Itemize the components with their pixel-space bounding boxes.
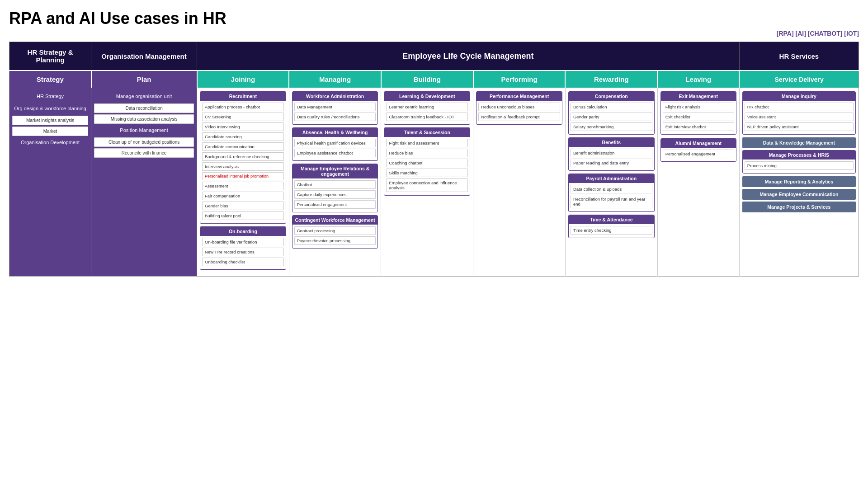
comp-title: Compensation	[569, 92, 654, 101]
app-process: Application process - chatbot	[202, 103, 284, 111]
data-quality: Data quality rules /reconciliations	[294, 113, 376, 121]
subheader-strategy: Strategy	[9, 70, 91, 88]
position-mgmt: Position Management	[94, 125, 194, 135]
gender-parity: Gender parity	[571, 113, 652, 121]
process-mining: Process mining	[745, 161, 854, 170]
personalised-eng-leaving: Personalised engagement	[663, 150, 734, 158]
data-collection: Data collection & uploads	[571, 185, 652, 193]
payment-invoice: Payment/invoice processing	[294, 236, 376, 245]
emp-assistance: Employee assistance chatbot	[294, 149, 376, 157]
voice-assistant: Voice assistant	[745, 113, 854, 121]
org-development-item: Organisation Development	[12, 137, 88, 147]
background-check: Background & reference checking	[202, 152, 284, 161]
absence-title: Absence, Health & Wellbeing	[292, 128, 378, 137]
reduce-unconscious: Reduce unconscious biases	[478, 103, 560, 111]
personalised-engagement-managing: Personalised engagement	[294, 200, 376, 209]
time-entry: Time entry checking	[571, 226, 652, 235]
capture-daily: Capture daily experiences	[294, 190, 376, 199]
cv-screening: CV Screening	[202, 113, 284, 121]
paper-reading: Paper reading and data entry	[571, 159, 652, 167]
org-design-item: Org design & workforce planning	[12, 103, 88, 113]
subheader-joining: Joining	[197, 70, 289, 88]
market-insights-item: Market insights analysis	[12, 116, 88, 125]
learner-centric: Learner centric learning	[386, 103, 468, 111]
knowledge-title: Data & Knowledge Management	[742, 137, 856, 148]
strategy-column: HR Strategy Org design & workforce plann…	[9, 88, 91, 277]
page-title: RPA and AI Use cases in HR	[9, 9, 859, 28]
exit-title: Exit Management	[661, 92, 736, 101]
onboarding-title: On-boarding	[200, 227, 286, 236]
hr-chatbot: HR chatbot	[745, 103, 854, 111]
plan-column: Manage organisation unit Data reconcilia…	[91, 88, 197, 277]
workforce-title: Workforce Administration	[292, 92, 378, 101]
joining-column: Recruitment Application process - chatbo…	[197, 88, 289, 277]
header-hr-services: HR Services	[739, 42, 859, 71]
contract-processing: Contract processing	[294, 226, 376, 235]
recruitment-title: Recruitment	[200, 92, 286, 101]
inquiry-title: Manage inquiry	[743, 92, 855, 101]
subheader-performing: Performing	[473, 70, 566, 88]
gender-bias: Gender bias	[202, 202, 284, 210]
candidate-sourcing: Candidate sourcing	[202, 132, 284, 141]
time-title: Time & Attendance	[569, 215, 654, 224]
leaving-column: Exit Management Flight risk analysis Exi…	[657, 88, 739, 277]
ld-title: Learning & Development	[384, 92, 470, 101]
exit-interview: Exit interview chatbot	[663, 122, 734, 131]
subheader-leaving: Leaving	[657, 70, 739, 88]
processes-title: Manage Processes & HRIS	[743, 150, 855, 160]
benefits-title: Benefits	[569, 138, 654, 147]
subheader-plan: Plan	[91, 70, 197, 88]
missing-data: Missing data association analysis	[94, 114, 194, 124]
classroom-training: Classroom training feedback - IOT	[386, 113, 468, 121]
market-item: Market	[12, 127, 88, 136]
exit-checklist: Exit checklist	[663, 113, 734, 121]
onboarding-checklist: Onboarding checklist	[202, 258, 284, 266]
data-recon: Data reconciliation	[94, 103, 194, 113]
talent-title: Talent & Succession	[384, 128, 470, 137]
projects-title: Manage Projects & Services	[742, 202, 856, 212]
salary-bench: Salary benchmarking	[571, 122, 652, 131]
header-org-mgmt: Organisation Management	[91, 42, 197, 71]
coaching-chatbot: Coaching chatbot	[386, 159, 468, 167]
notification-feedback: Notification & feedback prompt	[478, 113, 560, 121]
flight-risk: Flight risk analysis	[663, 103, 734, 111]
legend: [RPA] [AI] [CHATBOT] [IOT]	[9, 30, 859, 37]
manage-org-unit: Manage organisation unit	[94, 91, 194, 101]
service-column: Manage inquiry HR chatbot Voice assistan…	[739, 88, 859, 277]
fair-compensation: Fair compensation	[202, 192, 284, 200]
subheader-building: Building	[381, 70, 473, 88]
managing-column: Workforce Administration Data Management…	[289, 88, 381, 277]
benefit-admin: Benefit administration	[571, 149, 652, 157]
assessment: Assessment	[202, 182, 284, 190]
nlp-policy: NLP driven policy assistant	[745, 122, 854, 131]
reporting-title: Manage Reporting & Analytics	[742, 176, 856, 187]
payroll-title: Payroll Administration	[569, 174, 654, 183]
clean-up: Clean up of non budgeted positions	[94, 137, 194, 147]
alumni-title: Alumni Management	[661, 139, 736, 148]
perf-title: Performance Management	[476, 92, 562, 101]
subheader-managing: Managing	[289, 70, 381, 88]
reduce-bias: Reduce bias	[386, 149, 468, 157]
personalised-promo: Personalised internal job promotion	[202, 172, 284, 180]
onboarding-file: On-boarding file verification	[202, 238, 284, 246]
chatbot-item: Chatbot	[294, 180, 376, 189]
emp-relations-title: Manage Employee Relations & engagement	[292, 164, 378, 178]
data-mgmt: Data Management	[294, 103, 376, 111]
skills-matching: Skills matching	[386, 169, 468, 177]
emp-comm-title: Manage Employee Communication	[742, 189, 856, 200]
physical-health: Physical health gamification devices	[294, 139, 376, 147]
interview-analysis: Interview analysis	[202, 162, 284, 171]
hr-strategy-item: HR Strategy	[12, 91, 88, 101]
video-interview: Video Interviewing	[202, 122, 284, 131]
rewarding-column: Compensation Bonus calculation Gender pa…	[565, 88, 657, 277]
bonus-calc: Bonus calculation	[571, 103, 652, 111]
header-hr-strategy: HR Strategy & Planning	[9, 42, 91, 71]
fight-risk: Fight risk and assessment	[386, 139, 468, 147]
candidate-comm: Candidate communication	[202, 142, 284, 151]
reconcile: Reconcile with finance	[94, 148, 194, 158]
building-column: Learning & Development Learner centric l…	[381, 88, 473, 277]
contingent-title: Contingent Workforce Management	[292, 216, 378, 225]
subheader-service: Service Delivery	[739, 70, 859, 88]
subheader-rewarding: Rewarding	[565, 70, 657, 88]
reconciliation-payroll: Reconciliation for payroll run and year …	[571, 195, 652, 208]
